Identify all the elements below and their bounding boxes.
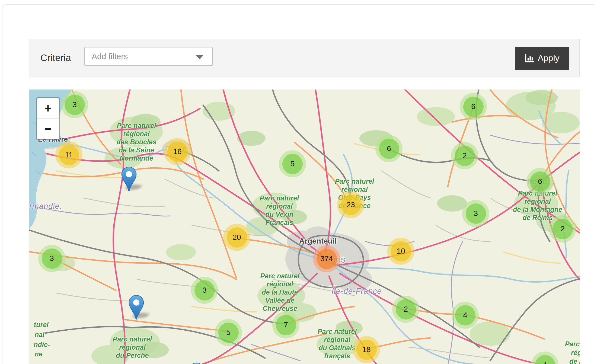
map-pin-marker[interactable] [129, 295, 144, 320]
cluster-marker[interactable]: 4 [531, 352, 558, 364]
cluster-marker[interactable]: 10 [387, 238, 414, 265]
cluster-count: 4 [535, 355, 555, 364]
cluster-count: 11 [59, 145, 79, 165]
cluster-count: 23 [341, 195, 361, 215]
cluster-marker[interactable]: 11 [55, 141, 82, 168]
cluster-marker[interactable]: 2 [451, 142, 478, 169]
cluster-count: 3 [65, 95, 85, 115]
cluster-marker[interactable]: 6 [375, 135, 403, 162]
map-pin-icon [121, 167, 137, 192]
cluster-marker[interactable]: 18 [353, 336, 380, 363]
map-pin-marker[interactable] [121, 167, 137, 192]
zoom-in-button[interactable]: + [37, 98, 59, 119]
filter-dropdown[interactable]: Add filters [84, 47, 213, 66]
cluster-marker[interactable]: 20 [223, 224, 250, 251]
cluster-marker[interactable]: 5 [279, 150, 306, 177]
cluster-marker[interactable]: 3 [61, 91, 88, 118]
cluster-count: 3 [42, 248, 62, 269]
map-pin-marker[interactable] [189, 362, 204, 364]
chevron-down-icon [196, 55, 204, 59]
criteria-bar: Criteria Add filters Apply [29, 39, 580, 76]
cluster-marker[interactable]: 6 [460, 93, 487, 120]
apply-button[interactable]: Apply [515, 47, 569, 70]
cluster-count: 6 [379, 139, 399, 159]
cluster-count: 6 [463, 97, 484, 117]
cluster-marker[interactable]: 374 [313, 245, 340, 272]
cluster-count: 2 [553, 219, 573, 239]
map[interactable]: Le HavreRouenArgenteuilParisReimsTroyesN… [29, 90, 580, 364]
map-markers: 311165662623322010374332457184 [29, 90, 580, 364]
cluster-count: 2 [455, 146, 475, 166]
cluster-count: 374 [317, 249, 337, 269]
filter-placeholder: Add filters [92, 52, 128, 61]
cluster-count: 20 [227, 227, 247, 248]
cluster-marker[interactable]: 5 [215, 319, 242, 346]
cluster-marker[interactable]: 3 [38, 245, 65, 272]
bar-chart-icon [525, 54, 534, 63]
cluster-marker[interactable]: 6 [526, 168, 554, 195]
cluster-count: 16 [167, 142, 188, 162]
apply-button-label: Apply [538, 53, 559, 63]
cluster-marker[interactable]: 2 [549, 215, 576, 242]
cluster-count: 2 [396, 299, 416, 320]
cluster-count: 6 [530, 171, 550, 192]
map-pin-icon [129, 295, 144, 320]
cluster-marker[interactable]: 7 [272, 311, 299, 339]
cluster-count: 10 [391, 241, 411, 261]
map-pin-icon [189, 362, 204, 364]
cluster-count: 18 [356, 340, 377, 360]
cluster-count: 5 [218, 323, 239, 343]
cluster-count: 3 [194, 280, 215, 301]
cluster-marker[interactable]: 4 [452, 302, 479, 329]
cluster-marker[interactable]: 3 [191, 277, 218, 304]
zoom-control: + − [36, 97, 60, 140]
cluster-marker[interactable]: 23 [337, 191, 364, 218]
page: Criteria Add filters Apply [0, 0, 594, 364]
cluster-count: 4 [455, 305, 475, 325]
cluster-marker[interactable]: 3 [462, 200, 489, 227]
cluster-marker[interactable]: 2 [392, 296, 419, 323]
cluster-marker[interactable]: 16 [164, 138, 191, 165]
cluster-count: 7 [276, 315, 296, 335]
criteria-label: Criteria [40, 52, 71, 63]
cluster-count: 3 [466, 203, 486, 224]
cluster-count: 5 [282, 154, 303, 174]
zoom-out-button[interactable]: − [37, 119, 59, 139]
